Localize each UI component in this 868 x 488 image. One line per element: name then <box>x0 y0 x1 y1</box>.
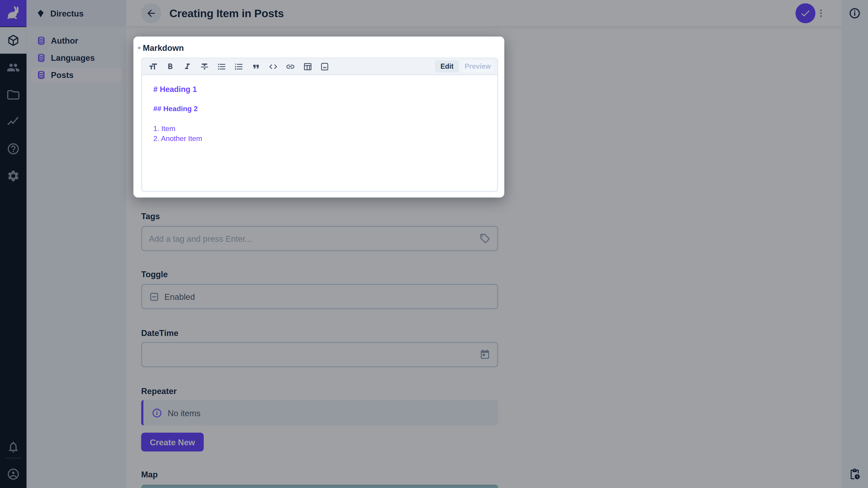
strikethrough-icon-button[interactable] <box>199 61 210 72</box>
markdown-label-row: Markdown <box>138 43 184 52</box>
app-root: Directus Author Languages <box>0 0 868 488</box>
italic-icon-button[interactable] <box>182 61 193 72</box>
blockquote-icon-button[interactable] <box>251 61 261 72</box>
edited-dot <box>138 46 141 49</box>
markdown-editor: Edit Preview # Heading 1 ## Heading 2 1.… <box>141 58 498 192</box>
bulleted-list-icon-button[interactable] <box>217 61 227 72</box>
markdown-line: ## Heading 2 <box>153 104 486 114</box>
markdown-content-area[interactable]: # Heading 1 ## Heading 2 1. Item 2. Anot… <box>142 75 497 153</box>
markdown-field-label: Markdown <box>143 43 184 53</box>
markdown-line: 1. Item <box>153 124 486 134</box>
markdown-line: # Heading 1 <box>153 84 486 94</box>
code-icon-button[interactable] <box>268 61 278 72</box>
numbered-list-icon-button[interactable] <box>234 61 244 72</box>
bold-icon-button[interactable] <box>165 61 176 72</box>
markdown-field-card: Markdown <box>133 37 504 198</box>
markdown-toolbar: Edit Preview <box>142 59 497 75</box>
editor-mode-tabs: Edit Preview <box>435 60 494 72</box>
table-icon-button[interactable] <box>302 61 313 72</box>
image-icon-button[interactable] <box>319 61 330 72</box>
format-size-icon-button[interactable] <box>148 61 158 72</box>
markdown-line: 2. Another Item <box>153 134 486 144</box>
tab-edit[interactable]: Edit <box>435 60 459 72</box>
link-icon-button[interactable] <box>285 61 296 72</box>
tab-preview[interactable]: Preview <box>462 60 494 72</box>
